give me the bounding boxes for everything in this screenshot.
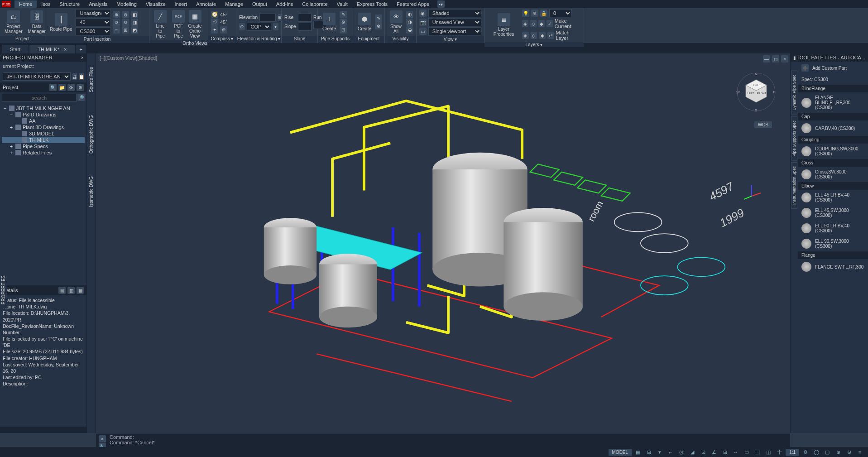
pi-ico-1[interactable]: ⊕ [113, 11, 120, 18]
snap-icon[interactable]: ⊞ [644, 448, 653, 456]
ps-ico-3[interactable]: ⊡ [340, 26, 347, 34]
pm-scrollbar[interactable] [0, 427, 86, 433]
create-ortho-button[interactable]: ▦Create Ortho View [185, 9, 205, 39]
menu-add-ins[interactable]: Add-ins [272, 0, 297, 8]
grid-icon[interactable]: ▦ [633, 448, 643, 456]
sb-14[interactable]: 十 [775, 448, 784, 456]
search-input[interactable] [2, 94, 77, 102]
sb-9[interactable]: ⊞ [720, 448, 729, 456]
vis-ico-1[interactable]: ◐ [406, 11, 413, 18]
compass-icon-3[interactable]: ✦ [211, 26, 218, 34]
tab-file[interactable]: TH MILK*× [29, 45, 75, 53]
compass-icon-4[interactable]: ⊕ [220, 26, 227, 34]
show-all-button[interactable]: 👁Show All [388, 10, 404, 35]
palette-tab-instr[interactable]: Instrumentation Spec [791, 162, 797, 209]
compass-icon-1[interactable]: 🧭 [211, 11, 218, 18]
tree-item[interactable]: +Pipe Specs [2, 143, 85, 149]
slope-input[interactable] [298, 23, 312, 31]
pi-ico-6[interactable]: ⊞ [122, 26, 129, 34]
iso-icon[interactable]: ◢ [688, 448, 697, 456]
sidetab-ortho[interactable]: Orthographic DWG [88, 111, 95, 158]
close-tab-icon[interactable]: × [64, 47, 67, 52]
sb-12[interactable]: ⬚ [753, 448, 762, 456]
pi-ico-9[interactable]: ◩ [131, 26, 138, 34]
vp-max-icon[interactable]: ◻ [772, 55, 779, 63]
menu-isos[interactable]: Isos [37, 0, 55, 8]
pm-tool-1[interactable]: 🔍 [49, 84, 57, 91]
menu-featured-apps[interactable]: Featured Apps [392, 0, 434, 8]
menu-annotate[interactable]: Annotate [192, 0, 221, 8]
menu-modeling[interactable]: Modeling [112, 0, 141, 8]
layer-freeze-icon[interactable]: ❄ [531, 10, 538, 17]
menu-structure[interactable]: Structure [55, 0, 85, 8]
ps-ico-2[interactable]: ⊗ [340, 19, 347, 26]
sb-10[interactable]: ↔ [731, 448, 740, 456]
menu-overflow-icon[interactable]: ▪▾ [437, 0, 445, 8]
er-ico-1[interactable]: ▾ [273, 23, 279, 30]
palette-item[interactable]: ELL 45 LR,BV,40 (CS300) [798, 190, 868, 205]
wcs-badge[interactable]: WCS [754, 121, 772, 128]
sb-17[interactable]: ▢ [823, 448, 832, 456]
pi-ico-2[interactable]: ⊘ [122, 11, 129, 18]
sb-8[interactable]: ∠ [710, 448, 719, 456]
palette-item[interactable]: Cross,SW,3000 (CS300) [798, 167, 868, 182]
copy-icon[interactable]: 📋 [79, 73, 84, 80]
l-ico-1[interactable]: ◈ [522, 20, 528, 27]
menu-visualize[interactable]: Visualize [141, 0, 170, 8]
tab-start[interactable]: Start [2, 45, 29, 53]
elevation-pick-icon[interactable]: ⊕ [278, 14, 281, 21]
camera-icon[interactable]: 📷 [419, 19, 427, 26]
sb-13[interactable]: ◫ [764, 448, 773, 456]
menu-vault[interactable]: Vault [332, 0, 352, 8]
pm-tool-2[interactable]: 📁 [58, 84, 66, 91]
palette-tab-supports[interactable]: Pipe Supports Spec [791, 116, 797, 161]
size-combo[interactable]: 40 [76, 18, 111, 26]
eq-ico-2[interactable]: ⊗ [375, 22, 382, 29]
visual-style-combo[interactable]: Shaded [428, 9, 481, 17]
vp-min-icon[interactable]: — [763, 55, 770, 63]
tree-item[interactable]: −P&ID Drawings [2, 111, 85, 118]
create-supports-button[interactable]: ⊥Create [321, 12, 338, 32]
tree-item[interactable]: +Plant 3D Drawings [2, 124, 85, 130]
palette-item[interactable]: COUPLING,SW,3000 (CS300) [798, 144, 868, 159]
viewport-icon[interactable]: ▭ [419, 28, 427, 35]
palette-item[interactable]: FLANGE BLIND,FL,RF,300 (CS300) [798, 92, 868, 113]
sb-11[interactable]: ▭ [742, 448, 751, 456]
gear-icon[interactable]: ⚙ [801, 448, 810, 456]
line-to-pipe-button[interactable]: ╱Line to Pipe [152, 9, 168, 39]
tree-item[interactable]: AA [2, 118, 85, 124]
menu-express-tools[interactable]: Express Tools [352, 0, 392, 8]
palette-item[interactable]: ELL 90,SW,3000 (CS300) [798, 236, 868, 251]
pm-tool-4[interactable]: ⚙ [77, 84, 84, 91]
model-space-button[interactable]: MODEL [609, 449, 632, 456]
sb-16[interactable]: ◯ [812, 448, 821, 456]
l-ico-6[interactable]: ◆ [539, 32, 546, 39]
add-custom-part[interactable]: ➕Add Custom Part [798, 62, 868, 74]
project-manager-button[interactable]: 🗂Project Manager [3, 10, 24, 35]
print-icon[interactable]: 🖨 [72, 73, 77, 80]
search-icon[interactable]: 🔎 [77, 94, 85, 101]
layer-lock-icon[interactable]: 🔒 [540, 10, 547, 17]
cmd-close-icon[interactable]: × [99, 435, 106, 443]
layer-state-icon[interactable]: 💡 [522, 10, 529, 17]
palette-item[interactable]: CAP,BV,40 (CS300) [798, 120, 868, 136]
l-ico-2[interactable]: ◇ [530, 20, 537, 27]
sb-3[interactable]: ▾ [655, 448, 664, 456]
create-equipment-button[interactable]: ⬢Create [356, 12, 373, 32]
pm-close-icon[interactable]: × [81, 55, 84, 60]
layer-combo[interactable]: 0 [549, 9, 572, 17]
make-current-icon[interactable]: ✓ [547, 20, 553, 27]
vis-ico-2[interactable]: ◑ [406, 19, 413, 26]
tab-add[interactable]: + [76, 45, 86, 53]
det-ico-2[interactable]: ▥ [67, 287, 75, 294]
view-combo[interactable]: Unsaved View [428, 18, 481, 26]
pi-ico-4[interactable]: ↻ [122, 19, 129, 26]
tree-item[interactable]: TH MILK [2, 137, 85, 143]
l-ico-5[interactable]: ◇ [531, 32, 537, 39]
palette-tab-dynamic[interactable]: Dynamic Pipe Spec [791, 71, 797, 115]
viewport-label[interactable]: [−][Custom View][Shaded] [100, 55, 157, 61]
menu-insert[interactable]: Insert [170, 0, 192, 8]
viewcube[interactable]: TOP LEFT FRONT N E S W [736, 72, 777, 112]
tree-item[interactable]: −JBT-TH MILK NGHE AN [2, 105, 85, 111]
det-ico-1[interactable]: ▤ [58, 287, 66, 294]
